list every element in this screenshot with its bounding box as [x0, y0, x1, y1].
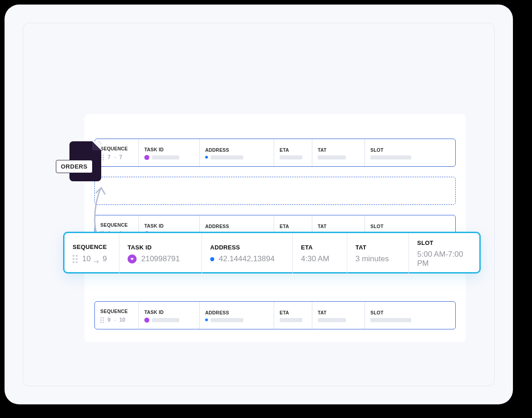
- drag-handle-icon[interactable]: [73, 255, 78, 263]
- cell-sequence: SEQUENCE 10 9: [64, 233, 119, 274]
- col-eta: ETA: [301, 244, 339, 251]
- status-dot-icon: [144, 318, 149, 323]
- file-fold-icon: [92, 141, 101, 150]
- placeholder: [152, 318, 179, 322]
- col-task-id: TASK ID: [144, 147, 195, 152]
- cell-eta: ETA: [274, 302, 312, 329]
- cell-task-id: TASK ID: [138, 302, 199, 329]
- cell-eta: ETA 4:30 AM: [292, 233, 347, 274]
- placeholder: [318, 318, 346, 322]
- placeholder: [211, 318, 243, 322]
- col-task-id: TASK ID: [128, 244, 193, 251]
- orders-label: ORDERS: [56, 160, 93, 173]
- placeholder: [280, 155, 302, 159]
- status-dot-icon: [144, 155, 149, 160]
- eta-value: 4:30 AM: [301, 254, 329, 264]
- slot-value: 5:00 AM-7:00 PM: [417, 250, 471, 268]
- location-dot-icon: [205, 318, 208, 321]
- seq-to: 9: [103, 254, 107, 264]
- location-dot-icon: [205, 156, 208, 159]
- col-tat: TAT: [355, 244, 400, 251]
- col-sequence: SEQUENCE: [100, 146, 134, 151]
- cell-slot: SLOT: [365, 302, 455, 329]
- placeholder: [280, 318, 302, 322]
- orders-file-tag: ORDERS: [69, 141, 101, 181]
- orders-table: SEQUENCE 7 → 7 TASK ID: [84, 114, 466, 342]
- col-sequence: SEQUENCE: [73, 244, 111, 250]
- cell-tat: TAT: [312, 302, 365, 329]
- cell-eta: ETA: [274, 139, 312, 166]
- address-value: 42.14442,13894: [219, 254, 275, 264]
- col-slot: SLOT: [370, 147, 451, 153]
- app-card: ORDERS SEQUENCE 7 → 7: [5, 5, 513, 404]
- cell-address: ADDRESS: [199, 302, 274, 329]
- placeholder: [211, 155, 243, 159]
- col-eta: ETA: [280, 147, 307, 153]
- arrow-right-icon: →: [113, 317, 118, 323]
- drag-handle-icon[interactable]: [100, 317, 104, 323]
- col-tat: TAT: [318, 147, 360, 153]
- table-row[interactable]: SEQUENCE 7 → 7 TASK ID: [94, 139, 456, 167]
- placeholder: [370, 318, 411, 322]
- arrow-right-icon: [94, 259, 100, 264]
- cell-sequence: SEQUENCE 7 → 7: [95, 139, 138, 166]
- cell-sequence: SEQUENCE 9 → 10: [95, 302, 138, 329]
- cell-slot: SLOT: [365, 139, 455, 166]
- col-address: ADDRESS: [205, 147, 269, 153]
- cell-tat: TAT: [312, 139, 365, 166]
- placeholder: [152, 155, 179, 159]
- col-slot: SLOT: [417, 239, 471, 246]
- cell-task-id: TASK ID 210998791: [119, 233, 202, 274]
- arrow-right-icon: →: [113, 154, 118, 160]
- placeholder: [318, 155, 346, 159]
- task-id-value: 210998791: [141, 254, 180, 264]
- table-row[interactable]: SEQUENCE 9 → 10 TASK ID: [94, 301, 456, 329]
- content-panel: ORDERS SEQUENCE 7 → 7: [23, 23, 495, 386]
- status-dropdown-icon[interactable]: [128, 254, 137, 264]
- tat-value: 3 minutes: [355, 254, 389, 264]
- cell-address: ADDRESS 42.14442,13894: [202, 233, 292, 274]
- cell-address: ADDRESS: [199, 139, 274, 166]
- seq-to: 7: [119, 154, 123, 160]
- col-address: ADDRESS: [210, 244, 284, 251]
- active-dragging-row[interactable]: SEQUENCE 10 9 TASK ID 210998791: [63, 232, 481, 274]
- seq-from: 7: [108, 154, 111, 160]
- cell-tat: TAT 3 minutes: [347, 233, 409, 274]
- dragging-row-container: SEQUENCE 10 9 TASK ID 210998791: [63, 232, 481, 274]
- location-dot-icon: [210, 257, 214, 261]
- placeholder: [370, 155, 411, 159]
- cell-slot: SLOT 5:00 AM-7:00 PM: [409, 233, 479, 274]
- drop-zone[interactable]: [94, 177, 456, 205]
- seq-from: 10: [82, 254, 91, 264]
- cell-task-id: TASK ID: [138, 139, 199, 166]
